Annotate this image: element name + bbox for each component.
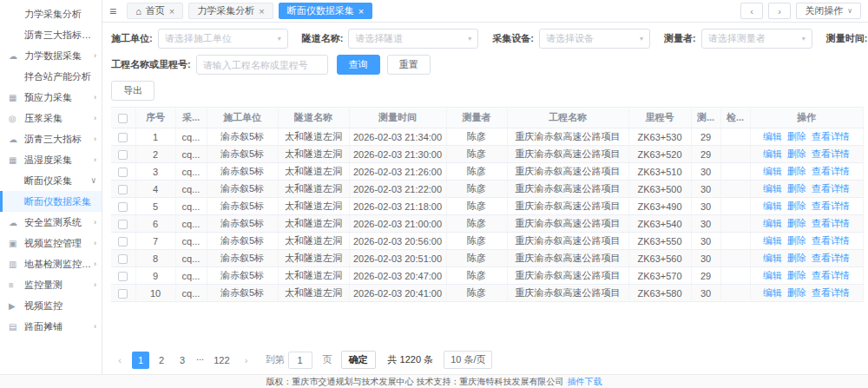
cell-count: 30 xyxy=(691,198,720,215)
sidebar-item[interactable]: ▦预应力采集› xyxy=(0,87,102,108)
select-input[interactable]: 请选择隧道▾ xyxy=(348,29,478,49)
delete-link[interactable]: 删除 xyxy=(787,270,806,280)
chevron-right-icon: › xyxy=(94,322,96,332)
row-checkbox[interactable] xyxy=(118,168,128,177)
page-button[interactable]: 1 xyxy=(132,352,149,369)
view-details-link[interactable]: 查看详情 xyxy=(812,253,850,263)
tabs-prev-button[interactable]: ‹ xyxy=(740,3,763,19)
sidebar-item-label: 拌合站产能分析 xyxy=(24,70,96,83)
row-checkbox-cell xyxy=(111,146,135,163)
sidebar-item[interactable]: ▦温湿度采集› xyxy=(0,149,102,170)
sidebar-item[interactable]: ☁沥青三大指标› xyxy=(0,128,102,149)
edit-link[interactable]: 编辑 xyxy=(763,148,782,159)
tab[interactable]: 断面仪数据采集× xyxy=(279,3,372,19)
goto-confirm-button[interactable]: 确定 xyxy=(341,351,376,369)
tab-close-icon[interactable]: × xyxy=(169,6,174,16)
sidebar-item[interactable]: ≡监控量测› xyxy=(0,274,102,295)
row-checkbox[interactable] xyxy=(118,237,128,247)
page-button[interactable]: 3 xyxy=(174,352,191,369)
edit-link[interactable]: 编辑 xyxy=(763,235,782,246)
edit-link[interactable]: 编辑 xyxy=(763,166,782,176)
sidebar-item[interactable]: 断面仪数据采集 xyxy=(0,191,102,212)
edit-link[interactable]: 编辑 xyxy=(763,270,782,280)
goto-page-input[interactable] xyxy=(288,352,312,369)
tab-close-icon[interactable]: × xyxy=(358,6,364,16)
view-details-link[interactable]: 查看详情 xyxy=(812,270,850,280)
row-checkbox[interactable] xyxy=(118,254,128,264)
row-checkbox-cell xyxy=(111,285,135,302)
cell-count: 30 xyxy=(691,233,720,250)
delete-link[interactable]: 删除 xyxy=(787,235,806,246)
plugin-download-link[interactable]: 插件下载 xyxy=(567,376,602,388)
view-details-link[interactable]: 查看详情 xyxy=(812,183,850,194)
export-button[interactable]: 导出 xyxy=(111,81,155,101)
close-operations-dropdown[interactable]: 关闭操作 ∨ xyxy=(796,3,861,19)
cell-count: 30 xyxy=(691,163,720,181)
edit-link[interactable]: 编辑 xyxy=(763,131,782,141)
tab-close-icon[interactable]: × xyxy=(259,6,264,16)
cell-device: cq... xyxy=(175,181,207,198)
sidebar-item[interactable]: ▤路面摊铺› xyxy=(0,316,102,337)
column-header: 测... xyxy=(691,108,720,128)
sidebar-item[interactable]: ◎压浆采集› xyxy=(0,108,102,128)
prev-page-button[interactable]: ‹ xyxy=(111,352,128,369)
cell-check xyxy=(720,181,750,198)
tab[interactable]: ⌂首页× xyxy=(127,3,183,19)
page-button[interactable]: 122 xyxy=(209,352,233,369)
filter-field: 测量时间:请选择日期范围⊞ xyxy=(826,29,868,49)
row-checkbox[interactable] xyxy=(118,133,128,142)
view-details-link[interactable]: 查看详情 xyxy=(812,287,850,298)
delete-link[interactable]: 删除 xyxy=(787,253,806,263)
sidebar-item[interactable]: ▣视频监控管理› xyxy=(0,233,102,253)
sidebar-item[interactable]: 拌合站产能分析 xyxy=(0,66,102,87)
view-details-link[interactable]: 查看详情 xyxy=(812,166,850,176)
delete-link[interactable]: 删除 xyxy=(787,148,806,159)
sidebar-item[interactable]: 沥青三大指标分析 xyxy=(0,24,102,45)
page-button[interactable]: 2 xyxy=(153,352,170,369)
delete-link[interactable]: 删除 xyxy=(787,218,806,228)
row-checkbox[interactable] xyxy=(118,185,128,194)
tab[interactable]: 力学采集分析× xyxy=(188,3,273,19)
keyword-input[interactable] xyxy=(196,55,328,75)
menu-toggle-icon[interactable]: ≡ xyxy=(109,4,116,18)
row-checkbox[interactable] xyxy=(118,272,128,281)
select-all-checkbox[interactable] xyxy=(118,114,128,123)
sidebar-item[interactable]: ☁安全监测系统› xyxy=(0,212,102,233)
table-row: 7cq...渝赤叙5标太和隧道左洞2026-02-03 20:56:00陈彦重庆… xyxy=(111,233,863,250)
cell-check xyxy=(720,285,750,302)
select-input[interactable]: 请选择测量者▾ xyxy=(701,29,812,49)
delete-link[interactable]: 删除 xyxy=(787,183,806,194)
delete-link[interactable]: 删除 xyxy=(787,131,806,141)
delete-link[interactable]: 删除 xyxy=(787,287,806,298)
row-checkbox[interactable] xyxy=(118,289,128,299)
view-details-link[interactable]: 查看详情 xyxy=(812,131,850,141)
delete-link[interactable]: 删除 xyxy=(787,201,806,211)
row-checkbox-cell xyxy=(111,250,135,267)
search-button[interactable]: 查询 xyxy=(337,55,380,75)
edit-link[interactable]: 编辑 xyxy=(763,201,782,211)
edit-link[interactable]: 编辑 xyxy=(763,218,782,228)
reset-button[interactable]: 重置 xyxy=(387,55,431,75)
page-size-select[interactable]: 10 条/页 xyxy=(444,351,492,369)
select-input[interactable]: 请选择设备▾ xyxy=(539,29,650,49)
view-details-link[interactable]: 查看详情 xyxy=(812,201,850,211)
sidebar-item[interactable]: ▶视频监控 xyxy=(0,295,102,316)
select-input[interactable]: 请选择施工单位▾ xyxy=(158,29,288,49)
edit-link[interactable]: 编辑 xyxy=(763,287,782,298)
delete-link[interactable]: 删除 xyxy=(787,166,806,176)
sidebar-item[interactable]: 断面仪采集∨ xyxy=(0,170,102,191)
next-page-button[interactable]: › xyxy=(238,352,255,369)
view-details-link[interactable]: 查看详情 xyxy=(812,148,850,159)
sidebar-item[interactable]: ☁力学数据采集› xyxy=(0,45,102,66)
row-checkbox[interactable] xyxy=(118,220,128,229)
row-checkbox[interactable] xyxy=(118,202,128,212)
view-details-link[interactable]: 查看详情 xyxy=(812,235,850,246)
sidebar-item[interactable]: 力学采集分析 xyxy=(0,3,102,24)
view-details-link[interactable]: 查看详情 xyxy=(812,218,850,228)
row-checkbox[interactable] xyxy=(118,150,128,160)
edit-link[interactable]: 编辑 xyxy=(763,253,782,263)
column-header: 测量时间 xyxy=(349,108,446,128)
tabs-next-button[interactable]: › xyxy=(768,3,791,19)
sidebar-item[interactable]: ▥地基检测监控平台› xyxy=(0,253,102,274)
edit-link[interactable]: 编辑 xyxy=(763,183,782,194)
